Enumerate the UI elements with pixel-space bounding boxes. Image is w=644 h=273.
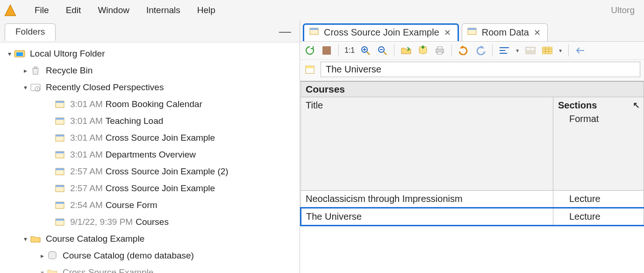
svg-rect-2: [16, 52, 23, 56]
perspective-icon: [54, 200, 65, 210]
tree-label: Cross Source Join Example (2): [106, 166, 229, 177]
perspective-icon: [54, 150, 65, 160]
close-icon[interactable]: ✕: [534, 28, 541, 38]
chevron-down-icon[interactable]: ▾: [5, 50, 14, 57]
timestamp: 2:57 AM: [70, 183, 103, 194]
separator: [394, 44, 394, 57]
tree-label: Course Form: [106, 200, 157, 210]
align-left-icon[interactable]: [498, 44, 510, 57]
tree-root[interactable]: ▾ Local Ultorg Folder: [0, 45, 300, 62]
svg-rect-19: [56, 202, 64, 204]
print-icon[interactable]: [434, 44, 446, 57]
column-title[interactable]: Title: [301, 97, 553, 191]
dropdown-icon[interactable]: ▼: [515, 48, 520, 53]
stop-icon[interactable]: [321, 44, 333, 57]
close-icon[interactable]: ✕: [444, 28, 451, 38]
svg-rect-38: [437, 52, 442, 54]
tree-label: Recycle Bin: [46, 65, 93, 76]
menu-file[interactable]: File: [26, 3, 57, 17]
menu-help[interactable]: Help: [189, 3, 224, 17]
timestamp: 9/1/22, 9:39 PM: [70, 217, 133, 227]
cell-title[interactable]: Neoclassicism through Impressionism: [301, 191, 553, 208]
perspective-icon: [54, 183, 65, 194]
svg-rect-9: [56, 118, 64, 120]
tree-recent-item[interactable]: 3:01 AM Departments Overview: [0, 146, 300, 163]
svg-rect-13: [56, 151, 64, 153]
menu-edit[interactable]: Edit: [57, 3, 90, 17]
data-grid[interactable]: Courses Title Sections ↖ Format Neoclass…: [300, 81, 644, 273]
table-layout-icon[interactable]: [541, 44, 553, 57]
perspective-icon: [54, 166, 65, 177]
timestamp: 3:01 AM: [70, 99, 103, 109]
separator: [568, 44, 569, 57]
tree-label: Teaching Load: [106, 116, 164, 126]
ratio-label[interactable]: 1:1: [344, 46, 355, 55]
chevron-down-icon[interactable]: ▾: [37, 269, 47, 273]
perspective-icon: [54, 217, 65, 227]
svg-rect-45: [542, 47, 552, 54]
svg-marker-0: [5, 5, 15, 15]
menu-window[interactable]: Window: [89, 3, 138, 17]
cell-title[interactable]: The Universe: [301, 208, 553, 226]
form-layout-icon[interactable]: [524, 44, 537, 57]
redo-icon[interactable]: [474, 44, 487, 57]
refresh-icon[interactable]: [304, 44, 316, 57]
tree-recent-item[interactable]: 3:01 AM Room Booking Calendar: [0, 96, 300, 113]
tree-recent-item[interactable]: 3:01 AM Teaching Load: [0, 113, 300, 129]
tree-recycle-bin[interactable]: ▸ Recycle Bin: [0, 62, 300, 79]
dropdown-icon[interactable]: ▼: [558, 48, 563, 53]
minimize-panel-button[interactable]: —: [279, 24, 291, 39]
column-format[interactable]: Format: [558, 111, 639, 124]
tree-label: Course Catalog Example: [46, 234, 144, 244]
tab-label: Cross Source Join Example: [324, 27, 439, 38]
chevron-right-icon[interactable]: ▸: [37, 252, 47, 259]
tree-recent-item[interactable]: 2:54 AM Course Form: [0, 197, 300, 214]
perspective-icon: [54, 99, 65, 109]
cell-format[interactable]: Lecture: [553, 208, 644, 226]
tree-recent-item[interactable]: 9/1/22, 9:39 PM Courses: [0, 214, 300, 230]
column-sections-label: Sections: [558, 100, 597, 110]
folders-tab[interactable]: Folders: [5, 23, 56, 41]
tree-course-catalog-example[interactable]: ▾ Course Catalog Example: [0, 230, 300, 247]
svg-rect-26: [468, 28, 476, 30]
chevron-right-icon[interactable]: ▸: [21, 67, 30, 74]
table-row[interactable]: Neoclassicism through Impressionism Lect…: [301, 191, 644, 208]
back-icon[interactable]: [574, 44, 587, 57]
cell-indicator-icon[interactable]: [304, 64, 316, 76]
tab-room-data[interactable]: Room Data ✕: [462, 23, 548, 41]
tree-recent-item[interactable]: 2:57 AM Cross Source Join Example (2): [0, 163, 300, 180]
table-row-selected[interactable]: The Universe Lecture: [301, 208, 644, 226]
zoom-in-icon[interactable]: [359, 44, 372, 57]
cell-format[interactable]: Lecture: [553, 191, 644, 208]
tree-course-catalog-db[interactable]: ▸ Course Catalog (demo database): [0, 247, 300, 264]
svg-rect-17: [56, 185, 64, 187]
timestamp: 2:54 AM: [70, 200, 103, 210]
menu-internals[interactable]: Internals: [138, 3, 189, 17]
formula-input[interactable]: [321, 62, 640, 77]
svg-line-29: [367, 52, 370, 55]
zoom-out-icon[interactable]: [376, 44, 388, 57]
tree-cross-source-example[interactable]: ▾ Cross Source Example: [0, 264, 300, 273]
svg-rect-43: [527, 48, 530, 50]
timestamp: 2:57 AM: [70, 166, 103, 177]
tree-recent-item[interactable]: 3:01 AM Cross Source Join Example: [0, 129, 300, 146]
database-icon: [47, 251, 58, 261]
undo-icon[interactable]: [458, 44, 470, 57]
open-folder-icon[interactable]: [400, 44, 412, 57]
svg-line-33: [384, 52, 386, 55]
tab-label: Room Data: [482, 27, 529, 38]
grid-super-header[interactable]: Courses: [301, 82, 644, 97]
svg-rect-27: [322, 46, 331, 55]
tree-recent-item[interactable]: 2:57 AM Cross Source Join Example: [0, 180, 300, 197]
chevron-down-icon[interactable]: ▾: [21, 84, 30, 91]
editor-tabs: Cross Source Join Example ✕ Room Data ✕: [300, 21, 644, 41]
tree-label: Cross Source Join Example: [106, 133, 215, 143]
tab-cross-source-join[interactable]: Cross Source Join Example ✕: [303, 23, 459, 41]
svg-rect-11: [56, 135, 64, 136]
save-db-icon[interactable]: [417, 44, 429, 57]
chevron-down-icon[interactable]: ▾: [21, 235, 30, 243]
column-sections[interactable]: Sections ↖ Format: [553, 97, 644, 191]
tree-label: Course Catalog (demo database): [63, 251, 194, 261]
sort-arrow-icon[interactable]: ↖: [633, 100, 640, 110]
tree-recent[interactable]: ▾ Recently Closed Perspectives: [0, 79, 300, 96]
